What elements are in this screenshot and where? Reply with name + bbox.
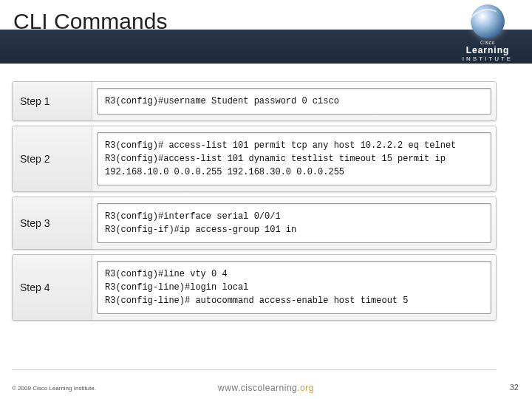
- step-label: Step 1: [13, 82, 92, 120]
- step-command-cell: R3(config)#line vty 0 4 R3(config-line)#…: [92, 255, 496, 320]
- globe-icon: [471, 4, 505, 38]
- step-row: Step 3 R3(config)#interface serial 0/0/1…: [12, 197, 497, 250]
- page-number: 32: [510, 383, 519, 392]
- footer-url-prefix: www.ciscolearning: [218, 383, 297, 393]
- steps-container: Step 1 R3(config)#username Student passw…: [12, 81, 497, 325]
- brand-text-cisco: Cisco: [480, 40, 495, 45]
- step-command-cell: R3(config)#interface serial 0/0/1 R3(con…: [92, 197, 496, 249]
- step-row: Step 1 R3(config)#username Student passw…: [12, 81, 497, 121]
- brand-text-institute: INSTITUTE: [463, 55, 513, 62]
- command-box: R3(config)#username Student password 0 c…: [97, 88, 491, 115]
- step-row: Step 4 R3(config)#line vty 0 4 R3(config…: [12, 254, 497, 321]
- brand-logo: Cisco Learning INSTITUTE: [452, 4, 523, 62]
- footer-divider: [12, 369, 497, 370]
- footer-url-suffix: .org: [297, 383, 314, 393]
- command-box: R3(config)#interface serial 0/0/1 R3(con…: [97, 203, 491, 243]
- slide: CLI Commands Cisco Learning INSTITUTE St…: [0, 0, 532, 399]
- footer-url: www.ciscolearning.org: [0, 383, 532, 393]
- step-row: Step 2 R3(config)# access-list 101 permi…: [12, 126, 497, 192]
- step-label: Step 4: [13, 255, 92, 320]
- command-box: R3(config)# access-list 101 permit tcp a…: [97, 132, 491, 185]
- step-label: Step 2: [13, 126, 92, 191]
- step-label: Step 3: [13, 197, 92, 249]
- slide-title: CLI Commands: [13, 9, 167, 34]
- command-box: R3(config)#line vty 0 4 R3(config-line)#…: [97, 261, 491, 314]
- step-command-cell: R3(config)# access-list 101 permit tcp a…: [92, 126, 496, 191]
- step-command-cell: R3(config)#username Student password 0 c…: [92, 82, 496, 120]
